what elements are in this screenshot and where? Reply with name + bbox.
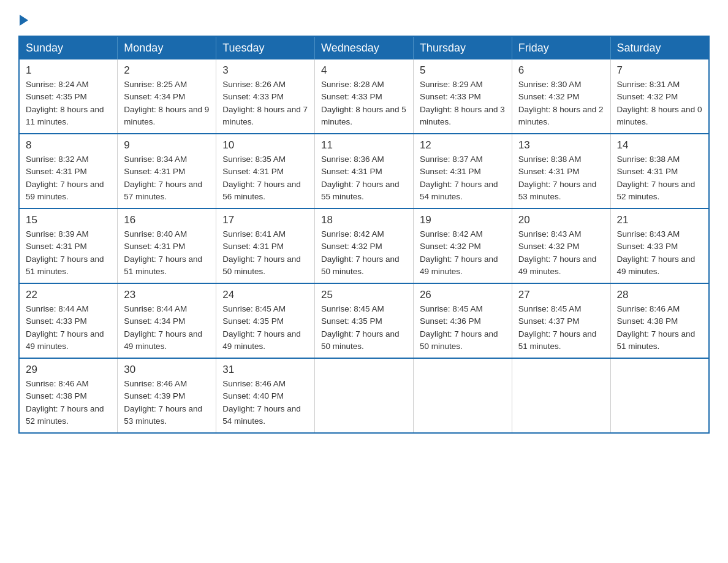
day-number: 31 — [222, 364, 308, 376]
calendar-cell — [413, 358, 512, 433]
header-saturday: Saturday — [610, 36, 709, 59]
calendar-cell: 13 Sunrise: 8:38 AMSunset: 4:31 PMDaylig… — [512, 134, 610, 209]
day-info: Sunrise: 8:46 AMSunset: 4:39 PMDaylight:… — [124, 378, 210, 427]
day-info: Sunrise: 8:25 AMSunset: 4:34 PMDaylight:… — [124, 79, 210, 128]
calendar-cell: 18 Sunrise: 8:42 AMSunset: 4:32 PMDaylig… — [315, 209, 414, 283]
day-info: Sunrise: 8:43 AMSunset: 4:32 PMDaylight:… — [518, 228, 604, 278]
day-info: Sunrise: 8:44 AMSunset: 4:34 PMDaylight:… — [124, 303, 210, 353]
day-info: Sunrise: 8:28 AMSunset: 4:33 PMDaylight:… — [321, 79, 407, 128]
day-number: 14 — [617, 139, 702, 151]
day-info: Sunrise: 8:39 AMSunset: 4:31 PMDaylight:… — [26, 228, 111, 278]
day-info: Sunrise: 8:32 AMSunset: 4:31 PMDaylight:… — [26, 153, 111, 203]
calendar-week-1: 1 Sunrise: 8:24 AMSunset: 4:35 PMDayligh… — [19, 59, 709, 134]
day-number: 17 — [222, 214, 308, 226]
day-number: 3 — [222, 64, 308, 77]
logo-triangle-icon — [20, 15, 28, 26]
day-number: 9 — [124, 139, 210, 151]
calendar-cell: 3 Sunrise: 8:26 AMSunset: 4:33 PMDayligh… — [216, 59, 315, 134]
calendar-cell: 20 Sunrise: 8:43 AMSunset: 4:32 PMDaylig… — [512, 209, 610, 283]
calendar-cell: 23 Sunrise: 8:44 AMSunset: 4:34 PMDaylig… — [118, 283, 216, 358]
calendar-cell: 10 Sunrise: 8:35 AMSunset: 4:31 PMDaylig… — [216, 134, 315, 209]
calendar-cell: 7 Sunrise: 8:31 AMSunset: 4:32 PMDayligh… — [610, 59, 709, 134]
day-info: Sunrise: 8:31 AMSunset: 4:32 PMDaylight:… — [617, 79, 702, 128]
calendar-cell: 5 Sunrise: 8:29 AMSunset: 4:33 PMDayligh… — [413, 59, 512, 134]
day-info: Sunrise: 8:43 AMSunset: 4:33 PMDaylight:… — [617, 228, 702, 278]
day-number: 2 — [124, 64, 210, 77]
calendar-cell: 16 Sunrise: 8:40 AMSunset: 4:31 PMDaylig… — [118, 209, 216, 283]
calendar-cell: 26 Sunrise: 8:45 AMSunset: 4:36 PMDaylig… — [413, 283, 512, 358]
calendar-cell: 8 Sunrise: 8:32 AMSunset: 4:31 PMDayligh… — [19, 134, 118, 209]
calendar-cell — [512, 358, 610, 433]
calendar-cell: 1 Sunrise: 8:24 AMSunset: 4:35 PMDayligh… — [19, 59, 118, 134]
calendar-week-3: 15 Sunrise: 8:39 AMSunset: 4:31 PMDaylig… — [19, 209, 709, 283]
day-info: Sunrise: 8:45 AMSunset: 4:35 PMDaylight:… — [222, 303, 308, 353]
calendar-cell: 4 Sunrise: 8:28 AMSunset: 4:33 PMDayligh… — [315, 59, 414, 134]
day-number: 11 — [321, 139, 407, 151]
day-number: 21 — [617, 214, 702, 226]
day-info: Sunrise: 8:38 AMSunset: 4:31 PMDaylight:… — [617, 153, 702, 203]
calendar-cell: 19 Sunrise: 8:42 AMSunset: 4:32 PMDaylig… — [413, 209, 512, 283]
day-number: 7 — [617, 64, 702, 77]
day-number: 30 — [124, 364, 210, 376]
calendar-cell: 21 Sunrise: 8:43 AMSunset: 4:33 PMDaylig… — [610, 209, 709, 283]
day-info: Sunrise: 8:44 AMSunset: 4:33 PMDaylight:… — [26, 303, 111, 353]
page-header — [18, 12, 710, 25]
day-number: 23 — [124, 289, 210, 301]
day-number: 10 — [222, 139, 308, 151]
header-friday: Friday — [512, 36, 610, 59]
day-number: 5 — [420, 64, 506, 77]
day-info: Sunrise: 8:26 AMSunset: 4:33 PMDaylight:… — [222, 79, 308, 128]
calendar-week-5: 29 Sunrise: 8:46 AMSunset: 4:38 PMDaylig… — [19, 358, 709, 433]
header-tuesday: Tuesday — [216, 36, 315, 59]
day-info: Sunrise: 8:37 AMSunset: 4:31 PMDaylight:… — [420, 153, 506, 203]
calendar-cell: 11 Sunrise: 8:36 AMSunset: 4:31 PMDaylig… — [315, 134, 414, 209]
day-info: Sunrise: 8:45 AMSunset: 4:35 PMDaylight:… — [321, 303, 407, 353]
header-thursday: Thursday — [413, 36, 512, 59]
day-number: 27 — [518, 289, 604, 301]
logo — [18, 12, 28, 25]
header-wednesday: Wednesday — [315, 36, 414, 59]
day-info: Sunrise: 8:29 AMSunset: 4:33 PMDaylight:… — [420, 79, 506, 128]
day-info: Sunrise: 8:46 AMSunset: 4:38 PMDaylight:… — [617, 303, 702, 353]
calendar-cell: 25 Sunrise: 8:45 AMSunset: 4:35 PMDaylig… — [315, 283, 414, 358]
day-info: Sunrise: 8:46 AMSunset: 4:38 PMDaylight:… — [26, 378, 111, 427]
day-info: Sunrise: 8:38 AMSunset: 4:31 PMDaylight:… — [518, 153, 604, 203]
calendar-cell: 14 Sunrise: 8:38 AMSunset: 4:31 PMDaylig… — [610, 134, 709, 209]
day-number: 26 — [420, 289, 506, 301]
header-monday: Monday — [118, 36, 216, 59]
day-number: 6 — [518, 64, 604, 77]
calendar-cell: 2 Sunrise: 8:25 AMSunset: 4:34 PMDayligh… — [118, 59, 216, 134]
day-number: 25 — [321, 289, 407, 301]
day-number: 13 — [518, 139, 604, 151]
day-info: Sunrise: 8:46 AMSunset: 4:40 PMDaylight:… — [222, 378, 308, 427]
day-info: Sunrise: 8:42 AMSunset: 4:32 PMDaylight:… — [420, 228, 506, 278]
day-info: Sunrise: 8:30 AMSunset: 4:32 PMDaylight:… — [518, 79, 604, 128]
day-number: 12 — [420, 139, 506, 151]
day-number: 29 — [26, 364, 111, 376]
calendar-cell: 27 Sunrise: 8:45 AMSunset: 4:37 PMDaylig… — [512, 283, 610, 358]
day-info: Sunrise: 8:36 AMSunset: 4:31 PMDaylight:… — [321, 153, 407, 203]
day-number: 20 — [518, 214, 604, 226]
day-info: Sunrise: 8:24 AMSunset: 4:35 PMDaylight:… — [26, 79, 111, 128]
day-info: Sunrise: 8:34 AMSunset: 4:31 PMDaylight:… — [124, 153, 210, 203]
day-info: Sunrise: 8:42 AMSunset: 4:32 PMDaylight:… — [321, 228, 407, 278]
day-number: 24 — [222, 289, 308, 301]
calendar-cell: 12 Sunrise: 8:37 AMSunset: 4:31 PMDaylig… — [413, 134, 512, 209]
day-number: 22 — [26, 289, 111, 301]
day-info: Sunrise: 8:35 AMSunset: 4:31 PMDaylight:… — [222, 153, 308, 203]
calendar-cell — [315, 358, 414, 433]
calendar-cell: 22 Sunrise: 8:44 AMSunset: 4:33 PMDaylig… — [19, 283, 118, 358]
calendar-week-2: 8 Sunrise: 8:32 AMSunset: 4:31 PMDayligh… — [19, 134, 709, 209]
header-sunday: Sunday — [19, 36, 118, 59]
calendar-cell: 30 Sunrise: 8:46 AMSunset: 4:39 PMDaylig… — [118, 358, 216, 433]
day-number: 8 — [26, 139, 111, 151]
day-number: 28 — [617, 289, 702, 301]
day-info: Sunrise: 8:45 AMSunset: 4:37 PMDaylight:… — [518, 303, 604, 353]
day-number: 4 — [321, 64, 407, 77]
calendar-cell: 29 Sunrise: 8:46 AMSunset: 4:38 PMDaylig… — [19, 358, 118, 433]
calendar-cell: 15 Sunrise: 8:39 AMSunset: 4:31 PMDaylig… — [19, 209, 118, 283]
calendar-cell: 9 Sunrise: 8:34 AMSunset: 4:31 PMDayligh… — [118, 134, 216, 209]
day-number: 16 — [124, 214, 210, 226]
day-number: 18 — [321, 214, 407, 226]
calendar-table: Sunday Monday Tuesday Wednesday Thursday… — [18, 36, 710, 434]
